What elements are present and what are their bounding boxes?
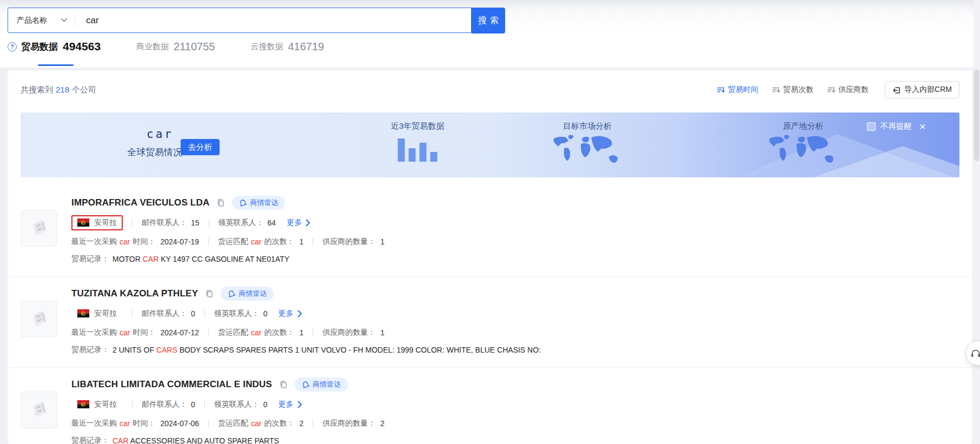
email-contacts-label: 邮件联系人： <box>142 309 187 319</box>
search-category-select[interactable]: 产品名称 <box>8 8 75 32</box>
more-label: 更多 <box>279 309 294 319</box>
purchase-label-post: 时间： <box>133 237 155 247</box>
match-count: 1 <box>300 328 304 337</box>
chevron-right-icon <box>297 401 302 408</box>
purchase-label-pre: 最近一次采购 <box>71 419 117 428</box>
email-contacts-label: 邮件联系人： <box>142 218 187 228</box>
divider <box>132 401 133 408</box>
world-map-icon <box>763 134 844 167</box>
radar-badge[interactable]: 商情雷达 <box>232 196 285 210</box>
more-link[interactable]: 更多 <box>279 400 302 409</box>
purchase-label-pre: 最近一次采购 <box>71 237 117 247</box>
copy-icon[interactable] <box>205 289 214 298</box>
radar-badge-label: 商情雷达 <box>239 289 267 299</box>
analyze-button-label: 去分析 <box>188 142 213 153</box>
company-list: IMPORAFRICA VEICULOS LDA 商情雷达 安哥拉 <box>8 186 972 444</box>
purchase-date: 2024-07-19 <box>160 237 199 246</box>
banner-origin-label: 原产地分析 <box>783 121 824 131</box>
keyword-highlight: car <box>120 328 130 337</box>
match-label-post: 的次数： <box>264 328 295 337</box>
more-link[interactable]: 更多 <box>287 218 310 228</box>
sort-trade-count[interactable]: 贸易次数 <box>772 85 813 95</box>
tab-business-data[interactable]: 商业数据 2110755 <box>136 41 215 53</box>
help-circle-icon[interactable]: ? <box>8 42 17 51</box>
supplier-count: 2 <box>380 419 385 428</box>
trade-record-keyword: CARS <box>156 346 177 354</box>
scrollbar-thumb[interactable] <box>974 69 979 161</box>
company-card: TUZITANA KAZOLA PTHLEY 商情雷达 安哥拉 <box>8 277 972 368</box>
trade-record-post: BODY SCRAPS SPARES PARTS 1 UNIT VOLVO - … <box>177 346 541 354</box>
radar-badge-label: 商情雷达 <box>250 198 278 208</box>
match-label-post: 的次数： <box>264 237 295 247</box>
supplier-label: 供应商的数量： <box>322 237 375 247</box>
supplier-label: 供应商的数量： <box>322 419 375 428</box>
tab-label: 商业数据 <box>136 42 169 52</box>
import-icon <box>892 86 900 94</box>
match-label-pre: 货运匹配 <box>218 237 248 247</box>
country-group: 安哥拉 <box>71 397 123 412</box>
divider <box>204 310 205 317</box>
divider <box>204 401 205 408</box>
tab-count: 2110755 <box>174 41 215 53</box>
chevron-right-icon <box>297 310 302 317</box>
trade-record-keyword: CAR <box>143 255 159 263</box>
company-name[interactable]: TUZITANA KAZOLA PTHLEY <box>71 288 198 299</box>
linkedin-contacts-label: 领英联系人： <box>218 218 264 228</box>
summary-prefix: 共搜索到 <box>21 85 53 94</box>
email-contacts-count: 0 <box>191 400 195 409</box>
divider <box>132 310 133 317</box>
copy-icon[interactable] <box>279 380 288 389</box>
purchase-date: 2024-07-12 <box>160 328 199 337</box>
company-name[interactable]: LIBATECH LIMITADA COMMERCIAL E INDUS <box>71 379 272 390</box>
company-name[interactable]: IMPORAFRICA VEICULOS LDA <box>71 197 209 208</box>
close-icon[interactable]: × <box>919 122 926 131</box>
copy-icon[interactable] <box>216 198 225 207</box>
import-crm-button[interactable]: 导入内部CRM <box>885 81 959 98</box>
scrollbar-track[interactable] <box>974 0 980 444</box>
linkedin-contacts-count: 0 <box>263 400 268 409</box>
search-input[interactable] <box>75 15 471 26</box>
keyword-highlight: car <box>120 237 130 246</box>
tab-label: 贸易数据 <box>21 41 58 53</box>
more-label: 更多 <box>287 218 302 228</box>
divider <box>209 219 209 227</box>
world-map-icon <box>547 134 628 167</box>
analyze-button[interactable]: 去分析 <box>181 139 220 155</box>
radar-badge-label: 商情雷达 <box>313 380 341 389</box>
company-card: IMPORAFRICA VEICULOS LDA 商情雷达 安哥拉 <box>8 186 972 277</box>
country-highlight-box: 安哥拉 <box>71 215 123 230</box>
purchase-label-post: 时间： <box>133 419 155 428</box>
app-window: 产品名称 搜索 ? 贸易数据 494563 商业数据 2110755 云搜数据 … <box>0 0 980 444</box>
company-logo <box>21 210 57 247</box>
tab-cloud-search-data[interactable]: 云搜数据 416719 <box>250 41 324 53</box>
match-label-pre: 货运匹配 <box>218 328 248 337</box>
purchase-label-post: 时间： <box>133 328 155 337</box>
radar-badge[interactable]: 商情雷达 <box>295 377 348 392</box>
keyword-highlight: car <box>120 419 130 428</box>
dismiss-checkbox[interactable] <box>867 122 876 131</box>
active-tab-underline <box>38 64 74 66</box>
match-count: 1 <box>300 237 304 246</box>
more-label: 更多 <box>279 400 294 409</box>
country-name: 安哥拉 <box>94 400 117 409</box>
match-label-post: 的次数： <box>264 419 295 428</box>
trade-record-label: 贸易记录： <box>71 436 109 444</box>
sort-trade-time[interactable]: 贸易时间 <box>717 85 758 95</box>
search-category-value: 产品名称 <box>17 16 47 25</box>
sort-icon <box>827 86 835 94</box>
divider <box>208 329 209 336</box>
linkedin-contacts-count: 64 <box>268 218 276 227</box>
radar-badge[interactable]: 商情雷达 <box>221 287 274 301</box>
sort-supplier-count[interactable]: 供应商数 <box>827 85 869 95</box>
supplier-count: 1 <box>380 237 385 246</box>
keyword-highlight: car <box>251 328 261 337</box>
headset-icon <box>970 348 980 358</box>
tab-trade-data[interactable]: ? 贸易数据 494563 <box>8 40 101 53</box>
tab-count: 416719 <box>288 41 324 53</box>
search-button[interactable]: 搜索 <box>472 8 505 34</box>
results-summary: 共搜索到218个公司 <box>21 85 96 95</box>
tab-count: 494563 <box>63 40 101 53</box>
trade-record-pre: 2 UNITS OF <box>112 346 156 354</box>
more-link[interactable]: 更多 <box>279 309 302 319</box>
dismiss-group: 不再提醒 × <box>867 121 926 131</box>
